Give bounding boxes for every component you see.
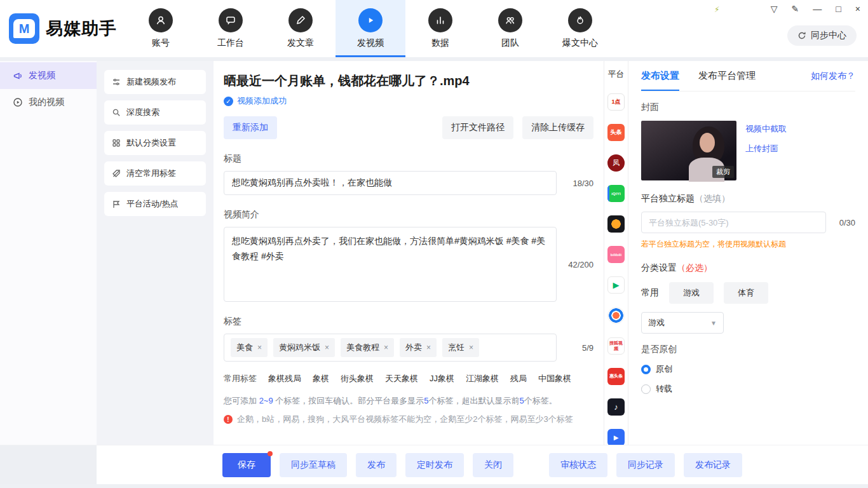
how-to-publish-link[interactable]: 如何发布？ xyxy=(811,71,855,82)
review-status-button[interactable]: 审核状态 xyxy=(549,453,607,477)
platform-sohu-video-icon[interactable]: 搜狐视频 xyxy=(607,337,625,355)
category-settings-label: 分类设置（必选） xyxy=(641,262,855,274)
edit-icon[interactable]: ✎ xyxy=(792,4,799,14)
sync-records-button[interactable]: 同步记录 xyxy=(616,453,675,477)
tag-chip[interactable]: 美食教程× xyxy=(341,338,394,357)
title-input[interactable] xyxy=(224,171,557,195)
publish-records-button[interactable]: 发布记录 xyxy=(684,453,742,477)
logo-m-icon: M xyxy=(13,19,35,38)
workbench-icon xyxy=(219,8,243,32)
tab-platform-management[interactable]: 发布平台管理 xyxy=(698,61,756,91)
nav-item-publish-video[interactable]: 发视频 xyxy=(336,0,405,57)
cover-thumbnail[interactable]: 裁剪 xyxy=(641,121,736,180)
save-button[interactable]: 保存 xyxy=(222,453,271,477)
play-circle-icon xyxy=(13,97,23,107)
close-button[interactable]: 关闭 xyxy=(473,453,513,477)
nav-label: 团队 xyxy=(501,37,519,49)
platform-douyin-icon[interactable]: ♪ xyxy=(607,398,625,416)
nav-item-hot-center[interactable]: 爆文中心 xyxy=(545,0,615,57)
default-category-settings-button[interactable]: 默认分类设置 xyxy=(104,131,206,155)
minimize-icon[interactable]: — xyxy=(813,4,822,14)
tab-publish-settings[interactable]: 发布设置 xyxy=(641,61,679,91)
sync-center-button[interactable]: 同步中心 xyxy=(787,25,857,46)
platform-huitoutiao-icon[interactable]: 惠头条 xyxy=(607,368,625,385)
common-tag[interactable]: 街头象棋 xyxy=(341,373,374,384)
close-icon[interactable]: × xyxy=(855,4,860,14)
filter-icon[interactable]: ▽ xyxy=(771,4,778,14)
category-chip-sports[interactable]: 体育 xyxy=(724,282,768,304)
category-dropdown[interactable]: 游戏 ▼ xyxy=(641,312,724,334)
common-tag[interactable]: 象棋残局 xyxy=(268,373,301,384)
sidebar-item-my-videos[interactable]: 我的视频 xyxy=(0,89,97,116)
publish-button[interactable]: 发布 xyxy=(356,453,397,477)
new-video-publish-button[interactable]: 新建视频发布 xyxy=(104,70,206,94)
remove-tag-icon[interactable]: × xyxy=(469,343,473,352)
platform-haokan-icon[interactable]: ▶ xyxy=(607,276,625,294)
tag-chip[interactable]: 外卖× xyxy=(400,338,437,357)
common-tags-label: 常用标签 xyxy=(224,373,257,384)
category-chip-game[interactable]: 游戏 xyxy=(669,282,714,304)
capture-from-video-link[interactable]: 视频中截取 xyxy=(745,123,787,135)
tag-chip[interactable]: 黄焖鸡米饭× xyxy=(273,338,335,357)
nav-item-data[interactable]: 数据 xyxy=(405,0,475,57)
common-tag[interactable]: 江湖象棋 xyxy=(466,373,499,384)
platform-activities-button[interactable]: 平台活动/热点 xyxy=(104,192,206,216)
platform-toutiao-icon[interactable]: 头条 xyxy=(607,124,625,141)
radio-original[interactable]: 原创 xyxy=(641,363,855,375)
common-tag[interactable]: 天天象棋 xyxy=(385,373,418,384)
upload-cover-link[interactable]: 上传封面 xyxy=(745,143,787,154)
nav-item-publish-article[interactable]: 发文章 xyxy=(266,0,336,57)
platform-column: 平台 1点 头条 凤 iQIYI bilibili ▶ 搜狐视频 惠头条 ♪ ▶ xyxy=(604,61,628,445)
platform-xigua-icon[interactable] xyxy=(607,307,625,324)
remove-tag-icon[interactable]: × xyxy=(426,343,431,352)
scheduled-publish-button[interactable]: 定时发布 xyxy=(405,453,464,477)
nav-item-workbench[interactable]: 工作台 xyxy=(196,0,266,57)
readd-button[interactable]: 重新添加 xyxy=(224,116,277,139)
app-logo: M xyxy=(9,13,39,44)
footer-actions: 保存 同步至草稿 发布 定时发布 关闭 审核状态 同步记录 发布记录 xyxy=(97,445,868,484)
sync-to-draft-button[interactable]: 同步至草稿 xyxy=(280,453,347,477)
deep-search-button[interactable]: 深度搜索 xyxy=(104,100,206,125)
radio-checked-icon xyxy=(641,365,651,374)
nav-label: 账号 xyxy=(152,37,170,49)
pencil-icon xyxy=(288,8,313,32)
left-sidebar: 发视频 我的视频 xyxy=(0,61,97,445)
tags-warning-text: 企鹅，b站，网易，搜狗，大风平台视频标签不能为空，企鹅至少2个标签，网易至少3个… xyxy=(237,414,573,425)
platform-yidianzixun-icon[interactable]: 1点 xyxy=(607,93,625,111)
tag-chip[interactable]: 烹饪× xyxy=(442,338,479,357)
flame-icon xyxy=(568,8,592,32)
platform-weishi-icon[interactable]: ▶ xyxy=(607,429,625,445)
footer-bar: 保存 同步至草稿 发布 定时发布 关闭 审核状态 同步记录 发布记录 xyxy=(0,445,868,484)
warning-icon: ! xyxy=(224,415,233,424)
platform-iqiyi-icon[interactable]: iQIYI xyxy=(607,185,625,202)
nav-item-team[interactable]: 团队 xyxy=(475,0,545,57)
refresh-icon xyxy=(797,31,806,40)
remove-tag-icon[interactable]: × xyxy=(257,343,262,352)
nav-item-account[interactable]: 账号 xyxy=(126,0,196,57)
common-tag[interactable]: 残局 xyxy=(510,373,527,384)
tag-text: 美食 xyxy=(236,342,253,353)
maximize-icon[interactable]: □ xyxy=(836,4,841,14)
radio-repost[interactable]: 转载 xyxy=(641,383,855,395)
common-tag[interactable]: 中国象棋 xyxy=(538,373,571,384)
platform-dayu-icon[interactable] xyxy=(607,215,625,233)
crop-button[interactable]: 裁剪 xyxy=(712,166,734,178)
category-selected-value: 游戏 xyxy=(648,317,665,329)
tags-input[interactable]: 美食× 黄焖鸡米饭× 美食教程× 外卖× 烹饪× xyxy=(224,334,557,362)
tag-chip[interactable]: 美食× xyxy=(231,338,268,357)
platform-ifeng-icon[interactable]: 凤 xyxy=(607,154,625,172)
cover-row: 裁剪 视频中截取 上传封面 xyxy=(641,121,855,180)
description-textarea[interactable]: 想吃黄焖鸡别再点外卖了，我们在家也能做，方法很简单#黄焖鸡米饭 #美食 #美食教… xyxy=(224,227,557,302)
clear-common-tags-button[interactable]: 清空常用标签 xyxy=(104,161,206,186)
sidebar-item-label: 发视频 xyxy=(29,70,55,81)
remove-tag-icon[interactable]: × xyxy=(325,343,329,352)
chart-icon xyxy=(428,8,452,32)
platform-bilibili-icon[interactable]: bilibili xyxy=(607,246,625,263)
independent-title-input[interactable] xyxy=(641,212,826,233)
sidebar-item-publish-video[interactable]: 发视频 xyxy=(0,62,97,89)
open-file-path-button[interactable]: 打开文件路径 xyxy=(442,116,513,139)
common-tag[interactable]: JJ象棋 xyxy=(430,373,454,384)
common-tag[interactable]: 象棋 xyxy=(313,373,329,384)
clear-upload-cache-button[interactable]: 清除上传缓存 xyxy=(522,116,593,139)
remove-tag-icon[interactable]: × xyxy=(384,343,388,352)
